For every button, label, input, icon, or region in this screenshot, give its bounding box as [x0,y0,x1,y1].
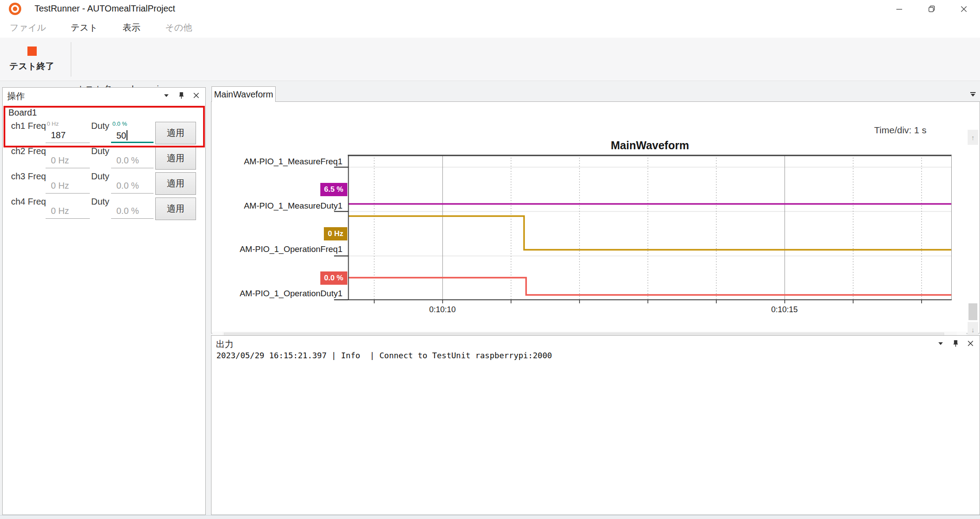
restore-icon [928,5,935,12]
toolbar: テスト終了 ホスト名 raspberrypi ポート 2000 [0,38,980,81]
toolbar-divider [71,42,71,77]
chart-title: MainWaveform [348,139,952,152]
close-button[interactable] [948,0,980,18]
channel-row-ch3: ch3 Freq 0 Hz Duty 0.0 % 適用 [3,170,205,195]
ch4-freq-placeholder: 0 Hz [51,206,69,216]
ch4-duty-label: Duty [91,197,109,207]
value-badge-operation-duty1: 0.0 % [320,271,347,285]
ch1-freq-input[interactable]: 0 Hz 187 [46,120,90,143]
menu-other[interactable]: その他 [165,22,192,34]
menu-bar: ファイル テスト 表示 その他 [0,18,980,38]
minimize-button[interactable] [883,0,915,18]
ch2-duty-placeholder: 0.0 % [116,155,139,166]
ch2-freq-placeholder: 0 Hz [51,155,69,166]
operation-panel-menu-button[interactable] [162,92,170,99]
arrow-down-icon: ↓ [971,326,975,333]
close-icon [961,6,967,12]
ch3-duty-label: Duty [91,171,109,182]
scroll-down-button[interactable]: ↓ [968,322,978,337]
window-controls [883,0,980,18]
ch3-duty-placeholder: 0.0 % [116,181,139,191]
window-title: TestRunner - AUTOmealTrialProject [35,4,175,14]
vertical-scrollbar-thumb[interactable] [968,303,977,320]
test-stop-label: テスト終了 [9,60,54,72]
ch4-freq-input[interactable]: 0 Hz [46,195,90,219]
ch1-duty-value: 50 [116,130,127,141]
test-stop-button[interactable]: テスト終了 [9,41,55,77]
ch2-duty-label: Duty [91,146,109,156]
status-bar [0,515,980,519]
chevron-down-icon [938,342,943,345]
lane-label-measure-freq1: AM-PIO_1_MeasureFreq1 [165,156,342,167]
output-panel-title: 出力 [216,338,234,350]
ch2-freq-input[interactable]: 0 Hz [46,145,90,168]
menu-test[interactable]: テスト [71,22,98,34]
ch3-duty-input[interactable]: 0.0 % [111,170,154,194]
value-badge-operation-freq1: 0 Hz [324,227,347,240]
output-panel-close-button[interactable] [967,340,974,347]
minimize-icon [896,6,903,12]
title-bar: TestRunner - AUTOmealTrialProject [0,0,980,18]
output-panel-header: 出力 [211,336,980,351]
ch1-freq-label: ch1 Freq [11,121,46,131]
ch4-duty-placeholder: 0.0 % [116,206,139,216]
ch3-apply-button[interactable]: 適用 [155,172,196,195]
window-list-icon [970,92,976,97]
log-line: 2023/05/29 16:15:21.397 | Info | Connect… [216,351,552,360]
ch1-freq-value: 187 [51,130,65,140]
lane-label-operation-freq1: AM-PIO_1_OperationFreq1 [165,244,342,255]
x-tick-label-1: 0:10:10 [416,305,469,314]
waveform-content: Time/div: 1 s MainWaveform AM-PIO_1_Meas… [211,101,980,333]
ch4-duty-input[interactable]: 0.0 % [111,195,154,219]
ch1-freq-unit-hint: 0 Hz [47,120,59,127]
tab-mainwaveform[interactable]: MainWaveform [211,86,276,102]
operation-panel-close-button[interactable] [192,92,200,99]
operation-panel-pin-button[interactable] [177,92,185,99]
value-badge-measure-duty1: 6.5 % [320,183,347,196]
ch4-freq-label: ch4 Freq [11,197,46,207]
pin-icon [953,340,959,347]
chevron-down-icon [164,94,169,97]
board-title: Board1 [8,108,37,118]
lane-label-measure-duty1: AM-PIO_1_MeasureDuty1 [165,201,342,211]
channel-row-ch1: ch1 Freq 0 Hz 187 Duty 0.0 % 50 適用 [3,120,205,145]
operation-panel-title: 操作 [7,90,25,102]
operation-panel: 操作 Board1 ch1 Freq [2,87,206,515]
text-cursor [127,130,127,140]
lane-label-operation-duty1: AM-PIO_1_OperationDuty1 [165,288,342,299]
restore-button[interactable] [915,0,948,18]
arrow-up-icon: ↑ [971,134,975,141]
tab-list-button[interactable] [968,89,978,99]
output-panel-menu-button[interactable] [937,340,944,347]
ch3-freq-input[interactable]: 0 Hz [46,170,90,194]
ch3-freq-placeholder: 0 Hz [51,181,69,191]
scroll-up-button[interactable]: ↑ [968,130,978,145]
waveform-plot [333,154,952,307]
output-panel: 出力 2023/05/29 16:15:21.397 | Info | Conn… [211,335,980,515]
app-logo-icon [9,3,21,15]
vertical-scrollbar[interactable]: ↑ ↓ [968,128,978,337]
operation-panel-header: 操作 [3,88,205,103]
stop-square-icon [27,46,37,56]
menu-file[interactable]: ファイル [10,22,46,34]
ch2-duty-input[interactable]: 0.0 % [111,145,154,168]
close-icon [193,93,199,98]
pin-icon [178,92,184,99]
ch1-duty-label: Duty [91,121,109,131]
x-tick-label-2: 0:10:15 [758,305,811,314]
menu-view[interactable]: 表示 [123,22,140,34]
output-panel-pin-button[interactable] [952,340,959,347]
ch1-duty-input[interactable]: 0.0 % 50 [111,120,154,143]
waveform-panel: MainWaveform Time/div: 1 s MainWaveform … [211,86,980,333]
app-window: TestRunner - AUTOmealTrialProject ファイル テ… [0,0,980,519]
time-per-div-label: Time/div: 1 s [874,125,926,136]
ch1-duty-unit-hint: 0.0 % [112,120,127,127]
close-icon [968,341,973,346]
ch1-apply-button[interactable]: 適用 [155,122,196,144]
ch2-freq-label: ch2 Freq [11,146,46,156]
ch3-freq-label: ch3 Freq [11,171,46,182]
